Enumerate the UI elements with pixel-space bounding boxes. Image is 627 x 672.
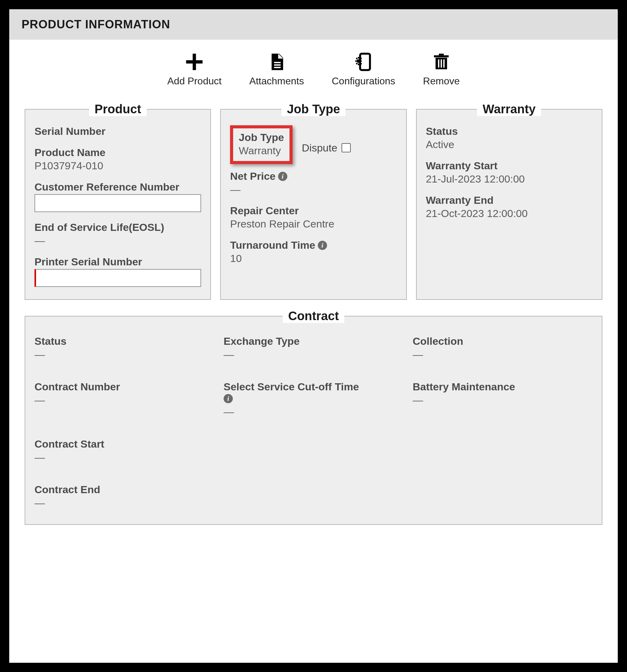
battery-label: Battery Maintenance xyxy=(413,381,593,393)
svg-rect-8 xyxy=(434,55,449,57)
info-icon[interactable]: i xyxy=(224,394,233,403)
section-title: PRODUCT INFORMATION xyxy=(22,18,170,31)
config-phone-icon xyxy=(353,52,373,72)
svg-rect-10 xyxy=(438,59,439,68)
net-price-value: — xyxy=(230,184,397,195)
jobtype-legend: Job Type xyxy=(281,102,346,116)
customer-ref-field: Customer Reference Number xyxy=(34,181,201,212)
svg-rect-5 xyxy=(360,53,370,70)
warranty-end-label: Warranty End xyxy=(426,194,593,206)
contract-number-field: Contract Number — xyxy=(34,381,214,418)
product-name-label: Product Name xyxy=(34,146,201,159)
top-sections-row: Product Serial Number Product Name P1037… xyxy=(9,102,618,300)
info-icon[interactable]: i xyxy=(278,172,287,181)
svg-rect-11 xyxy=(441,59,442,68)
add-product-button[interactable]: Add Product xyxy=(167,52,222,87)
warranty-section: Warranty Status Active Warranty Start 21… xyxy=(416,102,602,300)
printer-sn-label: Printer Serial Number xyxy=(34,256,201,268)
cutoff-label-text: Select Service Cut-off Time xyxy=(224,381,359,393)
file-icon xyxy=(267,52,286,72)
contract-number-label: Contract Number xyxy=(34,381,214,393)
contract-grid: Status — Exchange Type — Collection — Co… xyxy=(34,335,593,509)
repair-center-value: Preston Repair Centre xyxy=(230,218,397,230)
exchange-type-label: Exchange Type xyxy=(224,335,403,347)
cutoff-label: Select Service Cut-off Time xyxy=(224,381,403,393)
product-legend: Product xyxy=(89,102,146,116)
attachments-label: Attachments xyxy=(249,75,304,87)
warranty-end-value: 21-Oct-2023 12:00:00 xyxy=(426,208,593,219)
warranty-start-field: Warranty Start 21-Jul-2023 12:00:00 xyxy=(426,160,593,185)
product-name-value: P1037974-010 xyxy=(34,160,201,172)
trash-icon xyxy=(432,52,451,72)
svg-rect-1 xyxy=(186,60,203,64)
contract-status-label: Status xyxy=(34,335,214,347)
svg-rect-9 xyxy=(439,53,444,55)
customer-ref-input[interactable] xyxy=(34,194,201,212)
warranty-end-field: Warranty End 21-Oct-2023 12:00:00 xyxy=(426,194,593,219)
contract-end-label: Contract End xyxy=(34,484,214,496)
warranty-start-label: Warranty Start xyxy=(426,160,593,172)
collection-label: Collection xyxy=(413,335,593,347)
contract-wrap: Contract Status — Exchange Type — Collec… xyxy=(9,300,618,525)
window-frame: PRODUCT INFORMATION Add Product Attachme… xyxy=(0,0,627,672)
section-header: PRODUCT INFORMATION xyxy=(9,9,618,40)
contract-end-value: — xyxy=(34,497,214,509)
turnaround-label-text: Turnaround Time xyxy=(230,239,315,251)
turnaround-field: Turnaround Time i 10 xyxy=(230,239,397,264)
contract-number-value: — xyxy=(34,394,214,406)
svg-rect-4 xyxy=(274,67,281,68)
svg-rect-12 xyxy=(443,59,445,68)
printer-sn-input[interactable] xyxy=(34,269,201,287)
info-icon[interactable]: i xyxy=(318,241,327,250)
net-price-label: Net Price i xyxy=(230,170,397,182)
battery-value: — xyxy=(413,394,593,406)
content-panel: PRODUCT INFORMATION Add Product Attachme… xyxy=(9,9,618,663)
contract-start-value: — xyxy=(34,451,214,463)
printer-sn-field: Printer Serial Number xyxy=(34,256,201,287)
configurations-button[interactable]: Configurations xyxy=(332,52,395,87)
jobtype-highlight: Job Type Warranty xyxy=(230,125,293,164)
repair-center-field: Repair Center Preston Repair Centre xyxy=(230,205,397,230)
collection-value: — xyxy=(413,349,593,360)
add-product-label: Add Product xyxy=(167,75,222,87)
collection-field: Collection — xyxy=(413,335,593,360)
svg-rect-3 xyxy=(274,64,281,66)
svg-rect-2 xyxy=(274,62,281,63)
dispute-label: Dispute xyxy=(302,142,337,154)
contract-status-field: Status — xyxy=(34,335,214,360)
turnaround-label: Turnaround Time i xyxy=(230,239,397,251)
configurations-label: Configurations xyxy=(332,75,395,87)
cutoff-value: — xyxy=(224,406,234,418)
eosl-value: — xyxy=(34,235,201,246)
warranty-start-value: 21-Jul-2023 12:00:00 xyxy=(426,173,593,185)
contract-status-value: — xyxy=(34,349,214,360)
product-name-field: Product Name P1037974-010 xyxy=(34,146,201,172)
cutoff-field: Select Service Cut-off Time i — xyxy=(224,381,403,418)
warranty-status-value: Active xyxy=(426,139,593,150)
contract-start-field: Contract Start — xyxy=(34,438,214,463)
net-price-field: Net Price i — xyxy=(230,170,397,195)
product-section: Product Serial Number Product Name P1037… xyxy=(25,102,211,300)
eosl-field: End of Service Life(EOSL) — xyxy=(34,221,201,246)
serial-number-label: Serial Number xyxy=(34,125,201,137)
remove-label: Remove xyxy=(423,75,460,87)
serial-number-field: Serial Number xyxy=(34,125,201,137)
battery-field: Battery Maintenance — xyxy=(413,381,593,418)
contract-section: Contract Status — Exchange Type — Collec… xyxy=(25,309,602,525)
warranty-status-field: Status Active xyxy=(426,125,593,150)
warranty-legend: Warranty xyxy=(477,102,541,116)
contract-end-field: Contract End — xyxy=(34,484,214,509)
contract-legend: Contract xyxy=(283,309,344,323)
customer-ref-label: Customer Reference Number xyxy=(34,181,201,193)
remove-button[interactable]: Remove xyxy=(423,52,460,87)
warranty-status-label: Status xyxy=(426,125,593,137)
jobtype-section: Job Type Job Type Warranty Dispute Net P… xyxy=(220,102,407,300)
toolbar: Add Product Attachments Configurations R… xyxy=(9,40,618,102)
exchange-type-field: Exchange Type — xyxy=(224,335,403,360)
jobtype-label: Job Type xyxy=(239,131,284,143)
attachments-button[interactable]: Attachments xyxy=(249,52,304,87)
svg-point-6 xyxy=(357,59,361,63)
eosl-label: End of Service Life(EOSL) xyxy=(34,221,201,233)
dispute-checkbox[interactable] xyxy=(342,143,351,152)
dispute-field: Dispute xyxy=(302,142,352,154)
